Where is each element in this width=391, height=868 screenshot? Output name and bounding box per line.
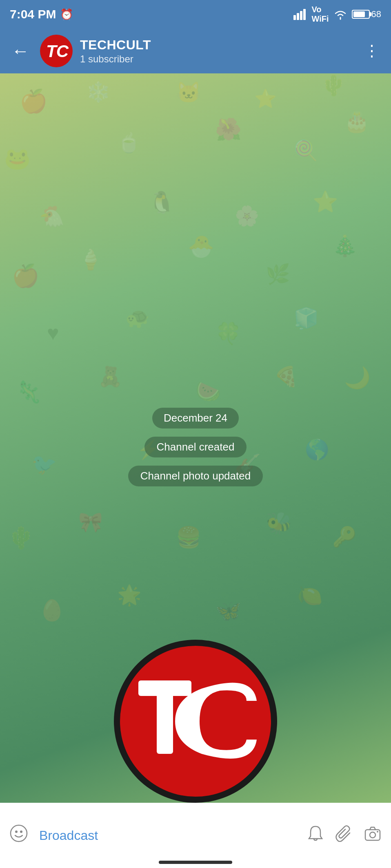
channel-subscriber-count: 1 subscriber xyxy=(80,53,353,65)
status-time-area: 7:04 PM ⏰ xyxy=(10,7,73,21)
svg-point-9 xyxy=(20,830,22,833)
svg-rect-6 xyxy=(157,680,173,754)
notification-button[interactable] xyxy=(307,825,324,846)
header-menu-button[interactable]: ⋮ xyxy=(361,39,383,63)
svg-point-7 xyxy=(11,825,27,841)
back-button[interactable]: ← xyxy=(8,39,33,63)
svg-point-11 xyxy=(370,832,375,838)
emoji-button[interactable] xyxy=(10,824,28,846)
svg-text:TC: TC xyxy=(46,42,69,61)
status-alarm-icon: ⏰ xyxy=(60,8,73,21)
signal-icon xyxy=(293,9,307,20)
channel-created-message: Channel created xyxy=(144,437,247,457)
bottom-input-bar xyxy=(0,803,391,868)
svg-point-12 xyxy=(377,831,378,833)
channel-photo-updated-message: Channel photo updated xyxy=(128,466,263,486)
date-badge: December 24 xyxy=(152,408,239,428)
home-indicator xyxy=(159,861,232,864)
svg-rect-1 xyxy=(297,13,299,20)
svg-rect-3 xyxy=(303,9,306,20)
status-time: 7:04 PM xyxy=(10,7,56,21)
svg-rect-0 xyxy=(293,15,296,20)
bottom-action-buttons xyxy=(307,825,381,846)
battery-indicator: 68 xyxy=(352,9,381,20)
avatar-text: TC xyxy=(44,38,69,65)
channel-logo-image[interactable] xyxy=(114,640,277,803)
battery-level: 68 xyxy=(371,9,381,20)
channel-header: ← TC TECHCULT 1 subscriber ⋮ xyxy=(0,29,391,73)
camera-button[interactable] xyxy=(364,825,381,846)
broadcast-input[interactable] xyxy=(36,828,299,843)
status-right-icons: VoWiFi 68 xyxy=(293,5,381,24)
channel-avatar[interactable]: TC xyxy=(40,35,73,67)
tc-logo-inner xyxy=(120,646,271,797)
vo-wifi-label: VoWiFi xyxy=(311,5,329,24)
wifi-icon xyxy=(333,9,348,20)
tc-logo-svg xyxy=(130,668,261,774)
svg-point-8 xyxy=(15,830,18,833)
attach-button[interactable] xyxy=(335,825,353,846)
svg-rect-2 xyxy=(300,11,302,20)
channel-name: TECHCULT xyxy=(80,38,353,53)
status-bar: 7:04 PM ⏰ VoWiFi 68 xyxy=(0,0,391,29)
channel-info[interactable]: TECHCULT 1 subscriber xyxy=(80,38,353,65)
